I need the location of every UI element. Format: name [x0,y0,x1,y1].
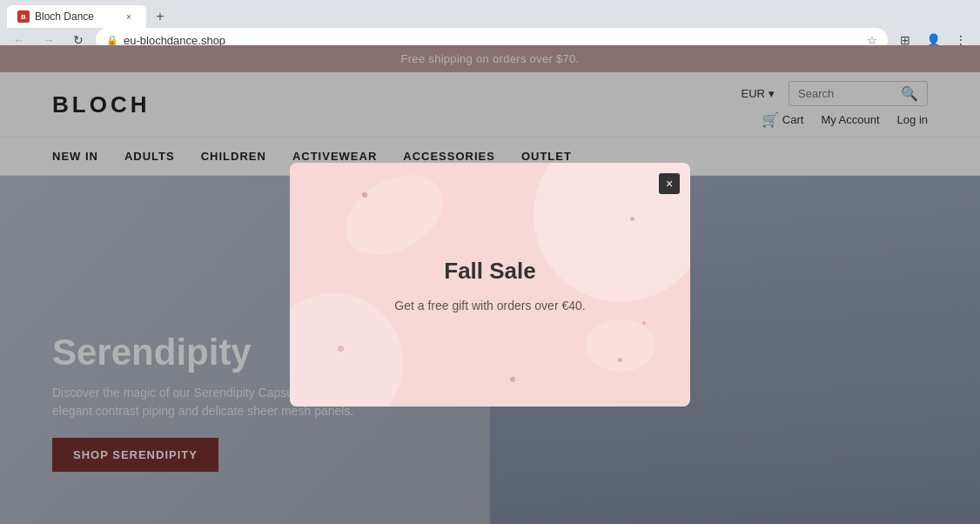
modal-dot-2 [630,217,634,221]
lock-icon: 🔒 [106,35,118,46]
modal-dot-5 [642,321,646,325]
modal-dot-1 [362,192,367,198]
browser-chrome: B Bloch Dance × + ← → ↻ 🔒 eu-blochdance.… [0,0,980,45]
modal-overlay[interactable]: × Fall Sale Get a free gift with orders … [0,45,980,524]
modal-dot-6 [510,377,515,382]
new-tab-button[interactable]: + [150,6,171,27]
tab-close-button[interactable]: × [122,10,136,24]
tab-bar: B Bloch Dance × + [0,0,980,28]
modal-dot-3 [338,346,344,352]
tab-title: Bloch Dance [35,10,94,23]
modal: × Fall Sale Get a free gift with orders … [290,163,690,406]
modal-blob-2 [586,319,655,372]
modal-blob-1 [332,163,457,272]
modal-title: Fall Sale [444,258,536,285]
active-tab[interactable]: B Bloch Dance × [7,5,146,28]
website: Free shipping on orders over $70. BLOCH … [0,45,980,524]
modal-subtitle: Get a free gift with orders over €40. [394,299,585,312]
tab-favicon: B [17,10,30,23]
modal-close-button[interactable]: × [659,173,680,194]
